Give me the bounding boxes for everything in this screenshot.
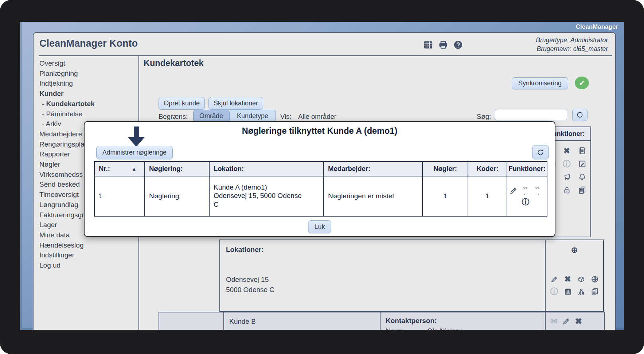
info-icon[interactable]: ⓘ xyxy=(562,159,571,168)
keyrings-table: Nr.: ▲ Nøglering: Lokation: Medarbejder:… xyxy=(94,161,547,217)
device-frame: CleanManager CleanManager Konto Brugerty… xyxy=(0,0,644,354)
add-location-icon[interactable]: ⊕ xyxy=(570,246,579,254)
tab-area[interactable]: Område xyxy=(193,110,229,122)
customer-b-spacer-cell xyxy=(159,312,224,330)
col-employee[interactable]: Medarbejder: xyxy=(324,162,422,176)
sidebar-item[interactable]: - Påmindelse xyxy=(39,109,105,119)
cell-functions: ←→ ⓘ xyxy=(507,176,547,216)
show-label: Vis: xyxy=(280,113,292,121)
copy-docs-icon[interactable] xyxy=(590,287,599,296)
sidebar-item[interactable]: Kunder xyxy=(39,89,105,99)
customer-b-name: Kunde B xyxy=(229,318,256,326)
hide-locations-button[interactable]: Skjul lokationer xyxy=(208,97,263,110)
device-bezel: CleanManager CleanManager Konto Brugerty… xyxy=(0,0,644,354)
location-function-icons: ✖ⓘ xyxy=(545,260,603,311)
user-name: Brugernavn: cl65_master xyxy=(536,44,608,53)
user-info: Brugertype: Administrator Brugernavn: cl… xyxy=(536,36,608,53)
info-icon[interactable]: ⓘ xyxy=(521,197,530,207)
show-value: Alle områder xyxy=(298,113,336,121)
col-keyring[interactable]: Nøglering: xyxy=(145,162,209,176)
lock-open-icon[interactable] xyxy=(562,186,571,195)
modal-refresh-button[interactable] xyxy=(532,145,549,159)
locations-label: Lokationer: xyxy=(226,246,264,254)
page-title: Kundekartotek xyxy=(144,58,204,68)
browser-brand: CleanManager xyxy=(576,23,618,31)
search-input[interactable] xyxy=(495,109,567,120)
pointer-arrow-head xyxy=(128,137,145,147)
refresh-icon xyxy=(536,148,545,157)
manage-keyrings-button[interactable]: Administrer nøgleringe xyxy=(96,146,173,159)
cell-keys: 1 xyxy=(422,176,468,216)
sidebar-item[interactable]: Planlægning xyxy=(39,69,105,79)
cell-location: Kunde A (demo1) Odensevej 15, 5000 Odens… xyxy=(209,176,324,216)
box-icon[interactable] xyxy=(577,275,586,284)
refresh-icon xyxy=(575,110,584,119)
people-icon[interactable] xyxy=(577,287,586,296)
col-keys[interactable]: Nøgler: xyxy=(422,162,468,176)
col-codes[interactable]: Koder: xyxy=(468,162,507,176)
sync-button[interactable]: Synkronisering xyxy=(512,77,568,89)
key-prev-icon[interactable]: ← xyxy=(521,186,530,195)
col-functions: Funktioner: xyxy=(507,162,547,176)
cell-codes: 1 xyxy=(468,176,507,216)
search-label: Søg: xyxy=(477,113,491,121)
info-icon[interactable]: ⓘ xyxy=(550,287,559,296)
sidebar-item[interactable]: Oversigt xyxy=(39,58,105,69)
limit-label: Begræns: xyxy=(159,113,188,121)
pointer-arrow-icon xyxy=(134,127,139,137)
copy-docs-icon[interactable] xyxy=(578,186,587,195)
close-modal-button[interactable]: Luk xyxy=(308,220,331,233)
modal-title: Nøgleringe tilknyttet Kunde A (demo1) xyxy=(85,126,555,136)
col-location[interactable]: Lokation: xyxy=(209,162,324,176)
keyring-row: 1 Nøglering Kunde A (demo1) Odensevej 15… xyxy=(94,176,547,216)
delete-icon[interactable]: ✖ xyxy=(562,146,571,155)
cell-keyring: Nøglering xyxy=(145,176,209,216)
col-nr[interactable]: Nr.: ▲ xyxy=(94,162,145,176)
app-window: CleanManager Konto Brugertype: Administr… xyxy=(33,32,616,330)
keyring-function-icons: ←→ xyxy=(509,186,542,195)
keyrings-modal: Nøgleringe tilknyttet Kunde A (demo1) Ad… xyxy=(84,121,555,237)
header-divider xyxy=(39,55,612,56)
bell-icon[interactable] xyxy=(578,172,587,182)
sort-asc-icon: ▲ xyxy=(132,166,137,171)
calc-icon[interactable] xyxy=(563,287,572,296)
sidebar-item[interactable]: Hændelseslog xyxy=(39,240,105,250)
window-title: CleanManager Konto xyxy=(39,38,138,49)
refresh-button[interactable] xyxy=(572,109,588,121)
contact-person-label: Kontaktperson: xyxy=(386,317,437,325)
edit-icon[interactable] xyxy=(550,275,559,284)
create-customer-button[interactable]: Opret kunde xyxy=(159,97,205,110)
location-address: Odensevej 15 5000 Odense C xyxy=(226,275,274,295)
help-icon[interactable] xyxy=(453,39,464,50)
location-row: Odensevej 15 5000 Odense C ✖ⓘ xyxy=(219,260,604,312)
map-icon[interactable] xyxy=(562,172,571,182)
edit-icon[interactable] xyxy=(509,186,518,195)
sidebar-item[interactable]: Indtjekning xyxy=(39,78,105,89)
contact-name-value: Ole Nielsen xyxy=(427,327,463,330)
delete-icon[interactable]: ✖ xyxy=(574,317,583,326)
delete-icon[interactable]: ✖ xyxy=(563,275,572,284)
tab-customer-type[interactable]: Kundetype xyxy=(229,110,276,122)
book-icon[interactable] xyxy=(578,146,587,155)
locations-header-row: Lokationer: ⊕ xyxy=(219,240,604,261)
sidebar-item[interactable]: Indstillinger xyxy=(39,250,105,260)
note-icon[interactable] xyxy=(578,159,587,168)
customer-b-function-icons: ✉✖ xyxy=(546,312,604,330)
globe-icon[interactable] xyxy=(590,275,599,284)
key-next-icon[interactable]: → xyxy=(533,186,542,195)
edit-icon[interactable] xyxy=(562,317,571,326)
check-icon: ✔ xyxy=(579,80,585,86)
table-header-row: Nr.: ▲ Nøglering: Lokation: Medarbejder:… xyxy=(94,162,547,176)
cell-nr: 1 xyxy=(94,176,145,216)
contact-name-label: Navn: xyxy=(386,327,404,330)
sync-status-badge: ✔ xyxy=(575,77,589,89)
sidebar-item[interactable]: Log ud xyxy=(39,260,105,271)
desktop-background: CleanManager CleanManager Konto Brugerty… xyxy=(20,22,624,330)
customer-b-row: Kunde B Kontaktperson: Navn: Ole Nielsen… xyxy=(159,312,605,330)
sidebar-item[interactable]: - Kundekartotek xyxy=(39,99,105,109)
mail-icon[interactable]: ✉ xyxy=(549,317,558,326)
table-icon[interactable] xyxy=(423,39,434,50)
header-toolbar xyxy=(423,39,464,50)
printer-icon[interactable] xyxy=(438,39,449,50)
user-type: Brugertype: Administrator xyxy=(536,36,608,44)
